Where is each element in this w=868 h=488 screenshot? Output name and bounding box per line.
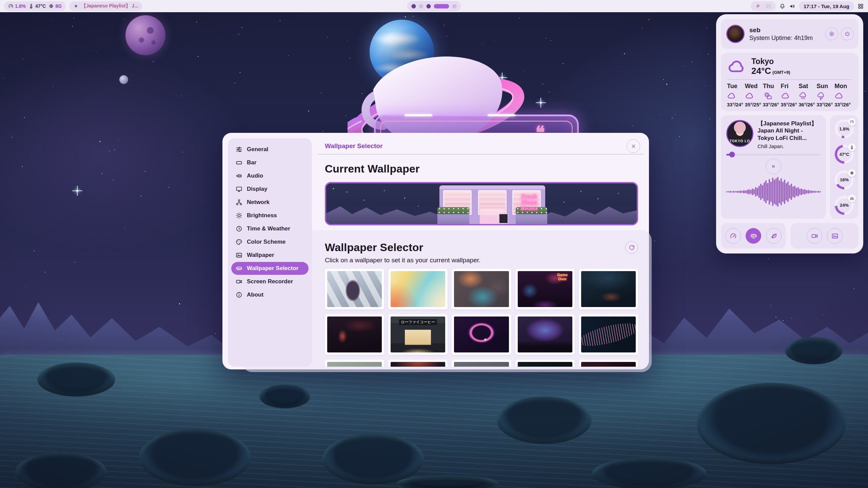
settings-main: Wallpaper Selector Current Wallpaper Fre… xyxy=(315,138,644,367)
forecast-day: Sat 36°/26° xyxy=(798,83,816,107)
profile-power-saver-button[interactable] xyxy=(766,228,782,244)
forecast-temps: 36°/26° xyxy=(798,102,815,107)
profile-performance-button[interactable] xyxy=(725,228,741,244)
sidebar-item-network[interactable]: Network xyxy=(231,196,309,209)
forecast-temps: 33°/26° xyxy=(834,102,851,107)
wallpaper-thumb-dark-forest[interactable] xyxy=(579,269,638,309)
wallpaper-thumb-image xyxy=(581,271,636,307)
settings-content: Current Wallpaper Fresh Moon Beans xyxy=(317,155,644,367)
bar-icon xyxy=(236,159,242,166)
preview-mountains-left xyxy=(326,200,444,224)
system-stats-pill[interactable]: 1.8% 47°C 8G xyxy=(4,1,66,11)
shop-sign-band xyxy=(439,185,545,189)
tray-image-icon[interactable] xyxy=(766,3,771,9)
crater xyxy=(697,383,846,464)
sign-light-dash xyxy=(488,114,515,116)
network-icon xyxy=(236,199,242,206)
wallpaper-thumb-nebula-forest[interactable] xyxy=(515,314,575,355)
pause-button[interactable] xyxy=(766,159,781,174)
wallpaper-thumb-anime-girl-crosswalk[interactable] xyxy=(325,269,384,309)
sidebar-item-about[interactable]: About xyxy=(231,288,309,301)
profile-balanced-button[interactable] xyxy=(746,228,761,244)
system-stat-ring: 1.8% xyxy=(835,119,854,138)
forecast-temps: 35°/26° xyxy=(781,102,797,107)
sidebar-item-bar[interactable]: Bar xyxy=(231,156,309,169)
sidebar-item-general[interactable]: General xyxy=(231,143,309,156)
scales-icon xyxy=(750,232,757,240)
wallpaper-thumb-lofi-coffee-storefront[interactable]: ローファイコーヒー xyxy=(388,314,448,355)
wallpaper-thumb-blurred-teal-orange[interactable] xyxy=(452,269,511,309)
workspace-1[interactable] xyxy=(412,4,416,8)
workspace-5[interactable] xyxy=(452,4,457,8)
now-playing-pill[interactable]: 【Japanese Playlist】 J... xyxy=(69,1,142,11)
brightness-icon xyxy=(236,212,242,219)
wallpaper-thumb-cyberpunk-arcade[interactable]: Game Over xyxy=(515,269,575,309)
forecast-day-name: Fri xyxy=(781,83,789,90)
leaf-icon xyxy=(770,232,777,240)
gauge-icon xyxy=(848,118,856,126)
sidebar-item-audio[interactable]: Audio xyxy=(231,169,309,182)
tune-icon xyxy=(236,146,242,153)
power-button[interactable] xyxy=(841,27,854,40)
wallpaper-thumb-red-figure-dark[interactable] xyxy=(325,314,384,355)
sidebar-item-color-scheme[interactable]: Color Scheme xyxy=(231,236,309,248)
volume-icon[interactable] xyxy=(789,3,795,9)
close-button[interactable] xyxy=(627,139,640,153)
wallpaper-thumb-image: ローファイコーヒー xyxy=(391,317,445,352)
system-uptime: System Uptime: 4h19m xyxy=(749,35,821,42)
now-playing-title: 【Japanese Playlist】 J... xyxy=(81,3,138,9)
preview-coffee-shop: Fresh Moon Beans xyxy=(439,185,545,224)
wallpaper-thumb-grey[interactable] xyxy=(452,360,511,367)
crater xyxy=(497,396,592,444)
wallpaper-thumb-image xyxy=(518,362,572,367)
sidebar-item-screen-recorder[interactable]: Screen Recorder xyxy=(231,275,309,288)
workspace-4[interactable] xyxy=(434,4,449,8)
forecast-day-name: Sun xyxy=(816,83,828,90)
sidebar-item-display[interactable]: Display xyxy=(231,183,309,196)
weather-timezone: (GMT+9) xyxy=(772,70,790,75)
workspace-2[interactable] xyxy=(419,4,423,8)
image-icon xyxy=(236,252,242,259)
sidebar-item-label: Bar xyxy=(247,159,256,166)
wallpaper-thumb-dark-maroon[interactable] xyxy=(579,360,638,367)
app-launcher-icon[interactable] xyxy=(857,3,864,9)
system-tray xyxy=(751,1,776,11)
tray-app-icon[interactable] xyxy=(755,3,761,9)
wallpaper-thumb-pastel-gradient[interactable] xyxy=(388,269,448,309)
refresh-icon xyxy=(629,244,635,251)
wallpaper-thumb-autumn-dark[interactable] xyxy=(388,360,448,367)
screen-recorder-button[interactable] xyxy=(807,228,822,244)
cloud-icon xyxy=(834,91,844,101)
wallpaper-thumb-dark-teal[interactable] xyxy=(515,360,575,367)
control-panel: seb System Uptime: 4h19m Tokyo 24°C (GMT… xyxy=(716,14,863,253)
wallpaper-thumb-purple-light-ring[interactable] xyxy=(452,314,511,355)
thermometer-icon xyxy=(848,143,856,151)
image-icon xyxy=(831,232,839,240)
sidebar-item-time-weather[interactable]: Time & Weather xyxy=(231,222,309,235)
wallpaper-thumb-image xyxy=(454,362,509,367)
forecast-day-name: Wed xyxy=(745,83,758,90)
settings-button[interactable] xyxy=(825,27,838,40)
workspace-3[interactable] xyxy=(427,4,431,8)
wallpaper-thumb-image xyxy=(454,317,509,352)
sidebar-item-label: Network xyxy=(247,199,270,206)
sidebar-item-brightness[interactable]: Brightness xyxy=(231,209,309,222)
clock[interactable]: 17:17 - Tue, 19 Aug xyxy=(799,1,854,11)
wallpaper-thumb-wave-mesh[interactable] xyxy=(579,314,638,355)
gauge-icon xyxy=(730,232,737,240)
sidebar-item-wallpaper[interactable]: Wallpaper xyxy=(231,249,309,262)
refresh-button[interactable] xyxy=(625,241,638,254)
wallpaper-grid: Game Over ローファイコーヒー xyxy=(325,269,638,367)
wallpaper-button[interactable] xyxy=(827,228,843,244)
wallpaper-thumb-grey-green[interactable] xyxy=(325,360,384,367)
weather-divider xyxy=(727,79,852,80)
forecast-day: Fri 35°/26° xyxy=(781,83,799,107)
crater xyxy=(397,475,498,488)
notifications-icon[interactable] xyxy=(779,3,786,9)
seek-thumb[interactable] xyxy=(729,152,735,158)
page-title: Wallpaper Selector xyxy=(325,142,382,150)
seek-slider[interactable] xyxy=(726,154,821,156)
quick-actions-group xyxy=(791,223,859,249)
cloud-icon xyxy=(727,57,747,77)
sidebar-item-wallpaper-selector[interactable]: Wallpaper Selector xyxy=(231,262,309,275)
